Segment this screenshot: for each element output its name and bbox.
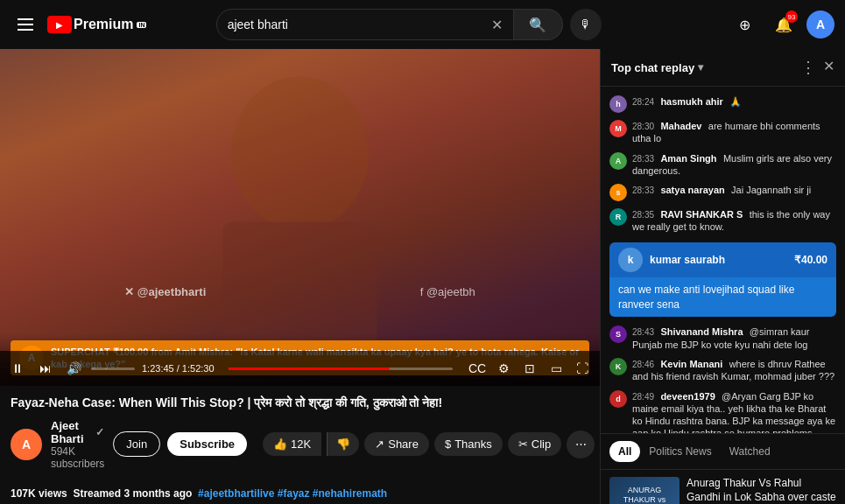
action-buttons: 👍 12K 👎 ↗ Share $ Thanks ✂ Clip ⋯	[263, 430, 595, 458]
social-watermarks: ✕ @ajeetbharti f @ajeetbh	[0, 285, 600, 298]
play-pause-button[interactable]: ⏸	[7, 358, 28, 379]
rec-title: Anurag Thakur Vs Rahul Gandhi in Lok Sab…	[687, 477, 836, 504]
chat-username: Aman Singh	[660, 153, 716, 164]
rec-info: Anurag Thakur Vs Rahul Gandhi in Lok Sab…	[687, 477, 836, 504]
chat-avatar: A	[609, 152, 627, 170]
channel-row: A Ajeet Bharti ✓ 594K subscribers Join S…	[11, 419, 589, 470]
thanks-button[interactable]: $ Thanks	[434, 432, 503, 456]
topbar: Premium IN ✕ 🔍 🎙 ⊕ 🔔 93 A	[0, 0, 845, 49]
youtube-logo: Premium IN	[47, 16, 146, 33]
notifications-button[interactable]: 🔔 93	[768, 9, 799, 40]
superchat-card-header: k kumar saurabh ₹40.00	[609, 242, 836, 277]
chat-avatar: h	[609, 95, 627, 113]
rec-tab-watched[interactable]: Watched	[721, 441, 779, 462]
chat-close-button[interactable]: ✕	[823, 58, 834, 77]
chat-avatar: K	[609, 358, 627, 375]
rec-tab-all[interactable]: All	[609, 441, 640, 462]
video-section: ✕ @ajeetbharti f @ajeetbh A SUPERCHAT ₹1…	[0, 49, 600, 504]
svg-point-0	[231, 76, 369, 230]
topbar-right: ⊕ 🔔 93 A	[729, 9, 834, 40]
video-title: Fayaz-Neha Case: When Will This Stop? | …	[11, 395, 589, 412]
superchat-card-blue: k kumar saurabh ₹40.00 can we make anti …	[609, 242, 836, 318]
chat-chevron-icon[interactable]: ▾	[698, 61, 703, 74]
fullscreen-button[interactable]: ⛶	[572, 358, 593, 379]
progress-fill	[229, 368, 391, 370]
chat-content: 28:33 satya narayan Jai Jagannath sir ji	[632, 184, 836, 196]
recommendations-section: All Politics News Watched ANURAG THAKUR …	[601, 434, 845, 504]
chat-content: 28:43 Shivanand Mishra @simran kaur Punj…	[632, 326, 836, 351]
topbar-left: Premium IN	[11, 11, 146, 38]
superchat-card-body: can we make anti lovejihad squad like ra…	[609, 277, 836, 318]
rec-thumb-image: ANURAG THAKUR vs RAHUL GANDHI	[609, 477, 680, 504]
time-display: 1:23:45 / 1:52:30	[142, 363, 215, 374]
x-watermark: ✕ @ajeetbharti	[124, 285, 206, 298]
more-button[interactable]: ⋯	[567, 430, 595, 458]
chat-message: S 28:43 Shivanand Mishra @simran kaur Pu…	[601, 322, 845, 354]
rec-item[interactable]: ANURAG THAKUR vs RAHUL GANDHI 8:24 Anura…	[601, 470, 845, 504]
chat-message: R 28:35 RAVI SHANKAR S this is the only …	[601, 205, 845, 237]
chat-content: 28:35 RAVI SHANKAR S this is the only wa…	[632, 208, 836, 234]
create-button[interactable]: ⊕	[729, 9, 761, 40]
main-content: ✕ @ajeetbharti f @ajeetbh A SUPERCHAT ₹1…	[0, 49, 845, 504]
like-button[interactable]: 👍 12K	[263, 432, 321, 456]
chat-username: Kevin Manani	[660, 359, 722, 369]
chat-time: 28:30	[632, 122, 654, 131]
right-panel: Top chat replay ▾ ⋮ ✕ h 28:24 hasmukh ah…	[600, 49, 845, 504]
chat-title: Top chat replay ▾	[611, 61, 703, 74]
hamburger-menu[interactable]	[11, 11, 40, 38]
description: 107K views Streamed 3 months ago #ajeetb…	[0, 479, 600, 504]
chat-content: 28:33 Aman Singh Muslim girls are also v…	[632, 152, 836, 178]
dislike-button[interactable]: 👎	[327, 432, 359, 456]
chat-username: hasmukh ahir	[660, 96, 723, 107]
chat-message: h 28:24 hasmukh ahir 🙏	[601, 92, 845, 116]
channel-actions: Join Subscribe	[113, 431, 247, 457]
subscribe-button[interactable]: Subscribe	[167, 432, 247, 456]
settings-button[interactable]: ⚙	[493, 358, 514, 379]
rec-tab-politics[interactable]: Politics News	[640, 441, 720, 462]
yt-premium-text: Premium	[74, 17, 133, 32]
chat-more-button[interactable]: ⋮	[800, 58, 816, 77]
channel-avatar: A	[11, 429, 42, 460]
mic-button[interactable]: 🎙	[570, 9, 602, 40]
video-controls[interactable]: ⏸ ⏭ 🔊 1:23:45 / 1:52:30 CC ⚙ ⊡ ▭ ⛶	[0, 351, 600, 386]
volume-slider[interactable]	[91, 368, 135, 370]
subtitles-button[interactable]: CC	[467, 358, 488, 379]
volume-button[interactable]: 🔊	[63, 358, 84, 379]
chat-message: M 28:30 Mahadev are humare bhi comments …	[601, 116, 845, 149]
chat-messages: h 28:24 hasmukh ahir 🙏 M 28:30 Mahadev a…	[601, 87, 845, 433]
miniplayer-button[interactable]: ⊡	[519, 358, 540, 379]
yt-icon	[47, 16, 72, 33]
theater-button[interactable]: ▭	[546, 358, 567, 379]
clear-search-icon[interactable]: ✕	[491, 17, 503, 33]
chat-time: 28:33	[632, 186, 654, 195]
progress-bar[interactable]	[229, 368, 453, 370]
channel-name: Ajeet Bharti ✓	[51, 419, 104, 445]
chat-username: Mahadev	[660, 121, 701, 131]
search-button[interactable]: 🔍	[514, 9, 563, 40]
chat-username: Shivanand Mishra	[660, 326, 743, 337]
video-player[interactable]: ✕ @ajeetbharti f @ajeetbh A SUPERCHAT ₹1…	[0, 49, 600, 386]
search-bar: ✕ 🔍 🎙	[216, 9, 602, 40]
chat-time: 28:49	[632, 392, 654, 402]
account-avatar[interactable]: A	[806, 10, 834, 38]
rec-tabs: All Politics News Watched	[601, 434, 845, 470]
next-button[interactable]: ⏭	[35, 358, 56, 379]
chat-avatar: S	[609, 326, 627, 343]
search-input-wrap: ✕	[216, 9, 514, 40]
clip-button[interactable]: ✂ Clip	[508, 432, 561, 456]
notification-badge: 93	[785, 10, 798, 23]
search-input[interactable]	[228, 18, 484, 32]
chat-username: RAVI SHANKAR S	[660, 209, 743, 220]
chat-time: 28:46	[632, 360, 654, 369]
share-button[interactable]: ↗ Share	[364, 432, 429, 456]
superchat-card-info: kumar saurabh	[650, 254, 787, 266]
video-info: Fayaz-Neha Case: When Will This Stop? | …	[0, 386, 600, 479]
chat-header: Top chat replay ▾ ⋮ ✕	[601, 49, 845, 87]
chat-content: 28:30 Mahadev are humare bhi comments ut…	[632, 120, 836, 145]
chat-avatar: s	[609, 184, 627, 201]
fb-watermark: f @ajeetbh	[420, 285, 475, 298]
chat-content: 28:46 Kevin Manani where is dhruv Rathee…	[632, 358, 836, 383]
chat-time: 28:43	[632, 327, 654, 337]
channel-subscribers: 594K subscribers	[51, 445, 104, 470]
join-button[interactable]: Join	[113, 431, 160, 457]
